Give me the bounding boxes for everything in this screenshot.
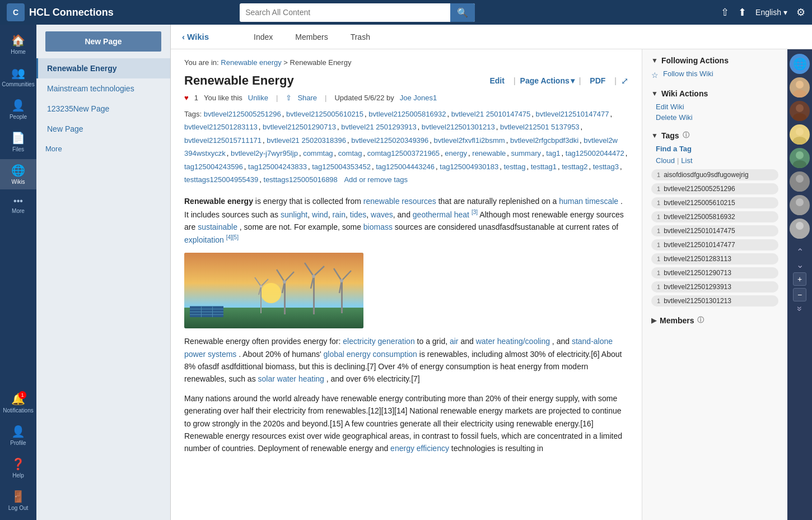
avatar-globe[interactable]: 🌐: [790, 54, 810, 74]
sidebar-item-home[interactable]: 🏠 Home: [0, 29, 36, 59]
members-sidebar-header[interactable]: ▶ Members ⓘ: [651, 315, 778, 325]
tag-testtag1[interactable]: testtag1: [531, 162, 557, 171]
tag-7[interactable]: bvtlevel212501290713: [263, 123, 336, 131]
tag-renewable[interactable]: renewable: [472, 149, 506, 157]
tag-15[interactable]: bvtlevel2rfgcbpdf3dki: [510, 136, 578, 145]
tag-18[interactable]: tag125002044472: [566, 149, 624, 157]
sidebar-item-communities[interactable]: 👥 Communities: [0, 62, 36, 92]
tag-1[interactable]: bvtlevel2125005251296: [204, 110, 281, 118]
tag-22[interactable]: tag125004443246: [376, 162, 435, 171]
tag-5[interactable]: bvtlevel212510147477: [536, 110, 609, 118]
wiki-nav-item-renewable-energy[interactable]: Renewable Energy: [36, 58, 170, 78]
zoom-out-button[interactable]: −: [793, 288, 806, 301]
renewable-resources-link[interactable]: renewable resources: [363, 197, 436, 206]
global-energy-link[interactable]: global energy consumption: [324, 350, 417, 359]
upload-icon[interactable]: ⬆: [738, 6, 746, 18]
energy-efficiency-link[interactable]: energy efficiency: [390, 444, 449, 453]
human-timescale-link[interactable]: human timescale: [559, 197, 618, 206]
tag-23[interactable]: tag125004930183: [440, 162, 498, 171]
tag-comtag[interactable]: comtag: [338, 149, 362, 157]
chevron-down-icon[interactable]: ⌄: [796, 259, 804, 270]
geothermal-link[interactable]: geothermal heat: [413, 210, 469, 219]
more-nav-button[interactable]: More: [36, 139, 170, 159]
search-input[interactable]: [240, 4, 450, 20]
pdf-button[interactable]: PDF: [585, 74, 610, 87]
edit-button[interactable]: Edit: [485, 74, 508, 87]
water-heating-link[interactable]: water heating/cooling: [476, 337, 550, 346]
unlike-link[interactable]: Unlike: [248, 94, 268, 102]
tag-14[interactable]: bvtlevel2fxvfl1i2bsmm: [434, 136, 505, 145]
delete-wiki-link[interactable]: Delete Wiki: [651, 113, 778, 122]
exploitation-link[interactable]: exploitation: [184, 235, 224, 244]
list-toggle[interactable]: List: [681, 156, 692, 165]
avatar-user-6[interactable]: [790, 195, 810, 215]
sidebar-item-more[interactable]: ••• More: [0, 192, 36, 219]
sidebar-item-logout[interactable]: 🚪 Log Out: [0, 485, 36, 516]
tag-summary[interactable]: summary: [511, 149, 541, 157]
chevron-up-icon[interactable]: ⌃: [796, 247, 804, 257]
wiki-nav-item-new-page[interactable]: New Page: [36, 119, 170, 139]
tides-link[interactable]: tides: [350, 210, 367, 219]
wiki-actions-header[interactable]: ▼ Wiki Actions: [651, 89, 778, 98]
tag-testtag2[interactable]: testtag2: [562, 162, 587, 171]
tag-testtag3[interactable]: testtag3: [593, 162, 619, 171]
search-button[interactable]: 🔍: [450, 3, 475, 22]
tab-index[interactable]: Index: [254, 30, 273, 44]
language-selector[interactable]: English ▾: [755, 8, 787, 17]
avatar-user-1[interactable]: [790, 77, 810, 97]
tag-6[interactable]: bvtlevel212501283113: [184, 123, 258, 131]
tag-testtag[interactable]: testtag: [503, 162, 525, 171]
expand-icon[interactable]: ⤢: [621, 76, 628, 86]
electricity-generation-link[interactable]: electricity generation: [343, 337, 414, 346]
rain-link[interactable]: rain: [333, 210, 346, 219]
following-actions-header[interactable]: ▼ Following Actions: [651, 56, 778, 65]
tag-17[interactable]: bvtlevel2y-j7wyr95ljp: [231, 149, 298, 157]
avatar-user-4[interactable]: [790, 148, 810, 168]
sidebar-item-notifications[interactable]: 🔔 1 Notifications: [0, 388, 36, 418]
sidebar-item-profile[interactable]: 👤 Profile: [0, 420, 36, 451]
tag-21[interactable]: tag125004353452: [312, 162, 371, 171]
air-link[interactable]: air: [450, 337, 459, 346]
biomass-link[interactable]: biomass: [363, 222, 393, 231]
tag-energy[interactable]: energy: [445, 149, 467, 157]
tag-10[interactable]: bvtlevel212501 5137953: [500, 123, 580, 131]
sidebar-item-people[interactable]: 👤 People: [0, 94, 36, 124]
tag-comtag2[interactable]: comtag125003721965: [367, 149, 440, 157]
expand-panel-button[interactable]: »: [795, 307, 805, 312]
tag-12[interactable]: bvtlevel21 25020318396: [267, 136, 346, 145]
wiki-nav-item-mainstream[interactable]: Mainstream technologies: [36, 78, 170, 99]
tag-24[interactable]: testtags125004955439: [184, 175, 258, 184]
tag-4[interactable]: bvtlevel21 25010147475: [451, 110, 531, 118]
tag-3[interactable]: bvtlevel2125005816932: [368, 110, 446, 118]
tag-commtag[interactable]: commtag: [303, 149, 333, 157]
avatar-user-2[interactable]: [790, 101, 810, 121]
wikis-back-button[interactable]: ‹ Wikis: [182, 32, 209, 41]
tag-25[interactable]: testtags125005016898: [264, 175, 338, 184]
tab-members[interactable]: Members: [295, 30, 328, 44]
tag-13[interactable]: bvtlevel2125020349396: [351, 136, 428, 145]
wind-link[interactable]: wind: [312, 210, 328, 219]
tag-11[interactable]: bvtlevel2125015711171: [184, 136, 262, 145]
avatar-user-7[interactable]: [790, 219, 810, 239]
sustainable-link[interactable]: sustainable: [198, 222, 237, 231]
zoom-in-button[interactable]: +: [793, 272, 806, 286]
tag-tag1[interactable]: tag1: [546, 149, 560, 157]
sidebar-item-files[interactable]: 📄 Files: [0, 127, 36, 157]
tag-9[interactable]: bvtlevel212501301213: [422, 123, 495, 131]
sidebar-item-wikis[interactable]: 🌐 Wikis: [0, 159, 36, 189]
sidebar-item-help[interactable]: ❓ Help: [0, 453, 36, 483]
tags-sidebar-header[interactable]: ▼ Tags ⓘ: [651, 131, 778, 140]
edit-wiki-link[interactable]: Edit Wiki: [651, 103, 778, 111]
tag-19[interactable]: tag125004243596: [184, 162, 243, 171]
gear-icon[interactable]: ⚙: [796, 6, 805, 18]
find-a-tag-link[interactable]: Find a Tag: [651, 145, 778, 153]
new-page-button[interactable]: New Page: [45, 31, 161, 52]
avatar-user-3[interactable]: [790, 124, 810, 145]
breadcrumb-link[interactable]: Renewable energy: [221, 58, 281, 67]
cloud-toggle[interactable]: Cloud: [656, 156, 675, 165]
wiki-nav-item-123235[interactable]: 123235New Page: [36, 99, 170, 119]
avatar-user-5[interactable]: [790, 171, 810, 192]
author-link[interactable]: Joe Jones1: [400, 94, 437, 102]
follow-wiki-link[interactable]: Follow this Wiki: [663, 69, 713, 78]
add-remove-tags-link[interactable]: Add or remove tags: [344, 175, 407, 184]
